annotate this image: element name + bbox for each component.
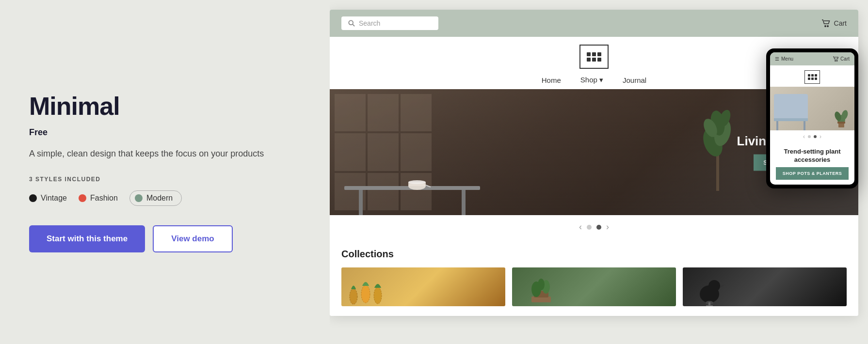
nav-item-journal[interactable]: Journal: [623, 76, 646, 84]
cart-icon: [821, 19, 830, 27]
mobile-chair: [774, 94, 808, 130]
mobile-logo-dot: [815, 78, 817, 80]
hamburger-icon: ☰: [775, 56, 779, 62]
mobile-screen: ☰ Menu Cart: [770, 52, 854, 185]
mobile-cart-area[interactable]: Cart: [833, 56, 850, 62]
mobile-dot-navigation: ‹ ›: [770, 130, 854, 143]
mobile-logo-area: [770, 65, 854, 87]
hero-plant-icon: [703, 94, 732, 191]
start-theme-button[interactable]: Start with this theme: [29, 225, 145, 252]
window-pane: [335, 133, 366, 171]
style-option-fashion[interactable]: Fashion: [79, 194, 118, 203]
svg-point-27: [538, 279, 545, 290]
mobile-hero-image: [770, 87, 854, 130]
collection-card-2[interactable]: [512, 267, 676, 306]
svg-point-3: [827, 26, 828, 27]
window-pane: [368, 133, 399, 171]
hero-table: [344, 176, 480, 215]
svg-point-0: [349, 20, 353, 25]
nav-item-home[interactable]: Home: [542, 76, 561, 84]
collections-section: Collections: [330, 239, 858, 316]
svg-rect-40: [837, 122, 845, 124]
store-search[interactable]: Search: [341, 16, 438, 30]
logo-dot: [587, 58, 591, 62]
collection-card-3[interactable]: [683, 267, 847, 306]
style-option-modern[interactable]: Modern: [129, 190, 182, 206]
window-pane: [401, 94, 432, 131]
mobile-logo: [804, 70, 820, 84]
window-pane: [401, 133, 432, 171]
svg-point-34: [835, 61, 836, 62]
logo-dot: [592, 52, 596, 56]
collections-title: Collections: [341, 249, 847, 260]
svg-point-35: [836, 61, 837, 62]
mobile-shop-button[interactable]: SHOP POTS & PLANTERS: [776, 167, 849, 180]
plants-icon: [517, 272, 565, 306]
mobile-logo-dot: [811, 74, 814, 77]
mobile-slide-dot-2[interactable]: [814, 135, 817, 138]
cart-area[interactable]: Cart: [821, 19, 847, 27]
logo-dot: [597, 52, 601, 56]
mobile-logo-dot: [808, 78, 810, 80]
svg-marker-30: [720, 284, 725, 288]
slide-dot-1[interactable]: [587, 225, 592, 230]
mobile-logo-dots: [808, 74, 817, 80]
fashion-label: Fashion: [90, 194, 118, 203]
mobile-headline: Trend-setting plant accessories: [776, 148, 849, 164]
vintage-label: Vintage: [41, 194, 67, 203]
window-pane: [368, 94, 399, 131]
mobile-plant-icon: [834, 104, 849, 130]
mobile-content: Trend-setting plant accessories SHOP POT…: [770, 143, 854, 185]
vintage-dot: [29, 194, 37, 202]
pineapples-icon: [346, 272, 385, 306]
mobile-menu-area[interactable]: ☰ Menu: [775, 56, 793, 62]
prev-arrow[interactable]: ‹: [579, 222, 582, 232]
mobile-cart-icon: [833, 56, 838, 62]
nav-item-shop[interactable]: Shop ▾: [580, 76, 603, 84]
mobile-preview: ☰ Menu Cart: [766, 48, 858, 188]
svg-point-15: [408, 180, 426, 184]
modern-dot: [135, 194, 143, 202]
logo-dot: [597, 58, 601, 62]
collections-grid: [341, 267, 847, 306]
style-option-vintage[interactable]: Vintage: [29, 194, 67, 203]
next-arrow[interactable]: ›: [606, 222, 609, 232]
mobile-logo-dot: [808, 74, 810, 77]
mobile-topbar: ☰ Menu Cart: [770, 52, 854, 65]
left-panel: Minimal Free A simple, clean design that…: [0, 0, 330, 344]
theme-description: A simple, clean design that keeps the fo…: [29, 147, 301, 160]
styles-list: Vintage Fashion Modern: [29, 190, 301, 206]
mobile-logo-dot: [811, 78, 814, 80]
logo-dot: [592, 58, 596, 62]
mobile-next-arrow[interactable]: ›: [820, 133, 821, 140]
logo-dot: [587, 52, 591, 56]
mobile-cart-label: Cart: [840, 56, 850, 62]
svg-rect-12: [462, 190, 466, 215]
slide-dot-2[interactable]: [596, 225, 601, 230]
mobile-prev-arrow[interactable]: ‹: [803, 133, 805, 140]
svg-point-2: [824, 26, 825, 27]
svg-rect-33: [706, 305, 713, 306]
mobile-logo-dot: [815, 74, 817, 77]
logo-dots: [587, 52, 601, 62]
store-menu: Home Shop ▾ Journal: [542, 76, 646, 84]
theme-price: Free: [29, 127, 301, 138]
view-demo-button[interactable]: View demo: [153, 225, 233, 252]
right-panel: Search Cart: [330, 0, 868, 344]
store-topbar: Search Cart: [330, 10, 858, 37]
collection-card-1[interactable]: [341, 267, 505, 306]
search-icon: [348, 20, 355, 27]
fashion-dot: [79, 194, 86, 202]
modern-label: Modern: [146, 194, 173, 203]
bird-icon: [692, 272, 731, 306]
window-pane: [335, 94, 366, 131]
store-logo: [579, 45, 609, 69]
mobile-slide-dot-1[interactable]: [808, 135, 811, 138]
svg-point-29: [708, 280, 720, 292]
dot-navigation: ‹ ›: [330, 215, 858, 239]
svg-rect-11: [359, 190, 363, 215]
svg-rect-4: [716, 152, 719, 191]
buttons-row: Start with this theme View demo: [29, 225, 301, 252]
styles-label: 3 STYLES INCLUDED: [29, 176, 301, 183]
mobile-menu-label: Menu: [781, 56, 793, 62]
